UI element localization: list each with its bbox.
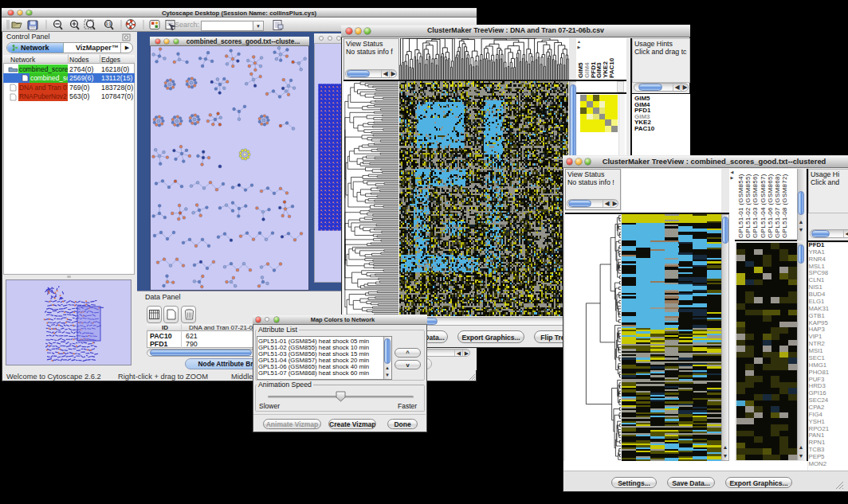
svg-text:1:1: 1:1 bbox=[106, 22, 112, 26]
